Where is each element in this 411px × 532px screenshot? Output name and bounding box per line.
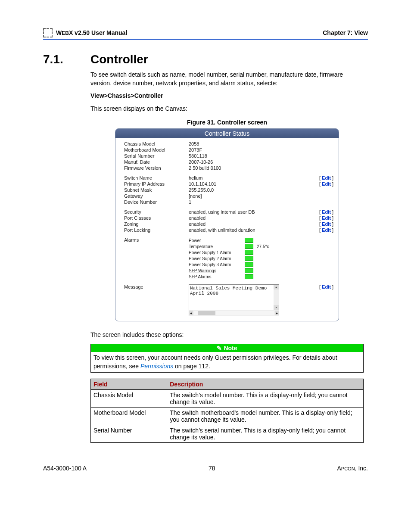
controller-status-panel: Controller Status Chassis Model2058 Moth… — [115, 128, 339, 321]
row-value: enabled, using internal user DB — [189, 209, 319, 215]
chapter-label: Chapter 7: View — [323, 29, 368, 36]
fields-table: Field Description Chassis Model The swit… — [90, 379, 364, 443]
column-header-desc: Description — [167, 379, 364, 390]
row-value: 1 — [189, 199, 333, 205]
row-label: Chassis Model — [124, 141, 189, 146]
table-row: Chassis Model The switch's model number.… — [91, 390, 364, 408]
page-number: 78 — [209, 465, 215, 472]
panel-title: Controller Status — [115, 129, 339, 138]
alarm-name: Temperature — [189, 244, 245, 249]
message-label: Message — [124, 284, 189, 289]
field-desc: The switch motherboard's model number. T… — [167, 408, 364, 425]
row-value: enabled, with unlimited duration — [189, 227, 319, 233]
table-row: Serial Number The switch's serial number… — [91, 425, 364, 443]
scroll-right-icon[interactable]: ▸ — [275, 311, 279, 315]
scroll-up-icon[interactable]: ▴ — [274, 285, 279, 289]
row-value: [none] — [189, 193, 333, 199]
row-value: 2007-10-26 — [189, 159, 333, 165]
row-value: enabled — [189, 221, 319, 227]
edit-link[interactable]: [ Edit ] — [319, 221, 333, 227]
alarm-extra: 27.5°c — [257, 244, 269, 249]
row-label: Manuf. Date — [124, 159, 189, 165]
field-desc: The switch's model number. This is a dis… — [167, 390, 364, 408]
status-led-icon — [245, 244, 253, 249]
company-name: APCON, Inc. — [337, 465, 368, 472]
manual-title: WEBX v2.50 User Manual — [56, 29, 323, 36]
row-value: 2073F — [189, 147, 333, 152]
row-value: 2058 — [189, 141, 333, 146]
table-row: Motherboard Model The switch motherboard… — [91, 408, 364, 425]
field-name: Chassis Model — [91, 390, 167, 408]
section-title: Controller — [90, 53, 148, 66]
alarm-name: Power Supply 1 Alarm — [189, 250, 245, 255]
status-led-icon — [245, 262, 253, 267]
figure-caption: Figure 31. Controller screen — [90, 119, 364, 126]
after-nav-text: This screen displays on the Canvas: — [90, 105, 364, 113]
scrollbar-horizontal[interactable]: ◂ ▸ — [189, 310, 279, 316]
row-label: Motherboard Model — [124, 147, 189, 152]
row-label: Zoning — [124, 221, 189, 227]
row-value: 2.50 build 0100 — [189, 165, 333, 171]
status-led-icon — [245, 274, 253, 279]
permissions-link[interactable]: Permissions — [140, 363, 173, 370]
edit-link[interactable]: [ Edit ] — [319, 175, 333, 180]
column-header-field: Field — [91, 379, 167, 390]
edit-link[interactable]: [ Edit ] — [319, 215, 333, 221]
alarms-label: Alarms — [124, 237, 189, 243]
row-value: 5801118 — [189, 153, 333, 159]
scrollbar-vertical[interactable]: ▴ ▾ — [274, 285, 279, 310]
alarm-name: Power Supply 2 Alarm — [189, 256, 245, 261]
note-text: on page 112. — [173, 363, 210, 370]
row-label: Subnet Mask — [124, 187, 189, 193]
section-number: 7.1. — [43, 53, 90, 66]
row-label: Gateway — [124, 193, 189, 199]
row-label: Port Classes — [124, 215, 189, 221]
edit-link[interactable]: [ Edit ] — [319, 209, 333, 215]
row-value: helium — [189, 175, 319, 180]
scroll-down-icon[interactable]: ▾ — [274, 305, 279, 310]
row-label: Port Locking — [124, 227, 189, 233]
status-led-icon — [245, 256, 253, 261]
row-value: 255.255.0.0 — [189, 187, 333, 193]
intro-text: To see switch details such as name, mode… — [90, 71, 364, 87]
edit-link[interactable]: [ Edit ] — [319, 284, 333, 289]
nav-path: View>Chassis>Controller — [90, 92, 364, 100]
row-label: Device Number — [124, 199, 189, 205]
note-text: To view this screen, your account needs … — [93, 354, 337, 370]
chip-icon — [43, 28, 53, 37]
row-value: enabled — [189, 215, 319, 221]
edit-link[interactable]: [ Edit ] — [319, 227, 333, 233]
field-name: Motherboard Model — [91, 408, 167, 425]
field-name: Serial Number — [91, 425, 167, 443]
alarm-name: Power — [189, 238, 245, 243]
doc-id: A54-3000-100 A — [43, 465, 87, 472]
note-icon: ✎ — [217, 345, 224, 352]
row-label: Switch Name — [124, 175, 189, 180]
status-led-icon — [245, 268, 253, 273]
after-figure-text: The screen includes these options: — [90, 331, 364, 339]
message-textarea[interactable]: National Sales Meeting Demo April 2008 ▴… — [189, 284, 279, 310]
scroll-left-icon[interactable]: ◂ — [189, 311, 193, 315]
alarm-name-link[interactable]: SFP Alarms — [189, 274, 245, 279]
status-led-icon — [245, 238, 253, 243]
alarm-name: Power Supply 3 Alarm — [189, 262, 245, 267]
row-value: 10.1.104.101 — [189, 181, 319, 187]
row-label: Serial Number — [124, 153, 189, 159]
row-label: Primary IP Address — [124, 181, 189, 187]
row-label: Firmware Version — [124, 165, 189, 171]
alarm-name-link[interactable]: SFP Warnings — [189, 268, 245, 273]
field-desc: The switch's serial number. This is a di… — [167, 425, 364, 443]
note-box: ✎ Note To view this screen, your account… — [90, 344, 364, 373]
status-led-icon — [245, 250, 253, 255]
row-label: Security — [124, 209, 189, 215]
edit-link[interactable]: [ Edit ] — [319, 181, 333, 187]
note-title: Note — [224, 345, 237, 352]
